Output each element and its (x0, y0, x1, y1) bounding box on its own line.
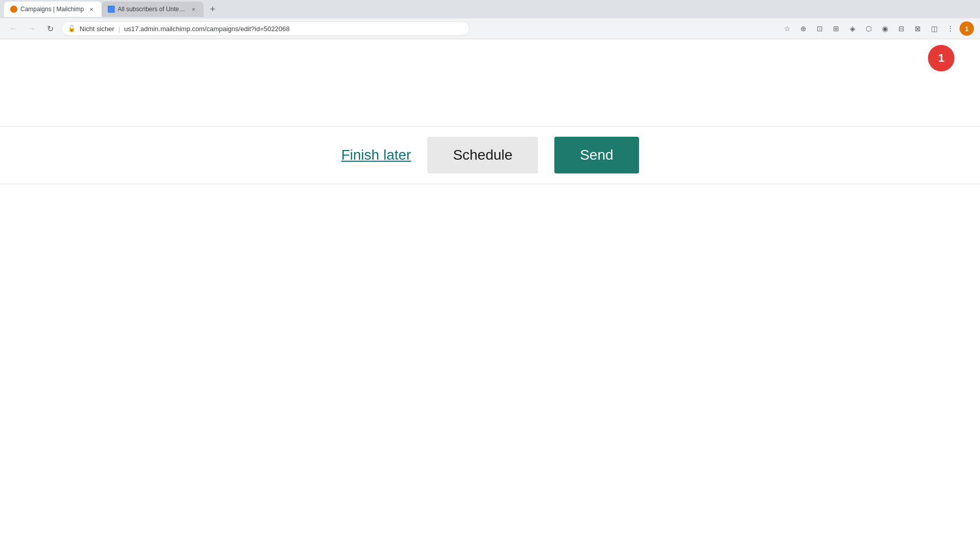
finish-later-link[interactable]: Finish later (341, 147, 411, 163)
separator: | (118, 25, 120, 33)
reload-button[interactable]: ↻ (43, 21, 57, 36)
extension-icon-1[interactable]: ⊕ (796, 21, 811, 36)
tab-close-1[interactable]: ✕ (87, 5, 95, 13)
browser-chrome: Campaigns | Mailchimp ✕ All subscribers … (0, 0, 980, 39)
extension-icon-8[interactable]: ⊠ (911, 21, 925, 36)
address-bar-row: ← → ↻ 🔓 Nicht sicher | us17.admin.mailch… (0, 18, 980, 39)
extension-icon-7[interactable]: ⊟ (894, 21, 909, 36)
tab-bar: Campaigns | Mailchimp ✕ All subscribers … (0, 0, 980, 18)
tab-campaigns-mailchimp[interactable]: Campaigns | Mailchimp ✕ (4, 2, 102, 17)
bottom-divider (0, 184, 980, 184)
extension-icon-9[interactable]: ◫ (927, 21, 941, 36)
action-buttons-container: Finish later Schedule Send (0, 127, 980, 184)
more-options-icon[interactable]: ⋮ (943, 21, 958, 36)
tab-label-1: Campaigns | Mailchimp (20, 6, 84, 13)
back-button[interactable]: ← (6, 21, 20, 36)
notification-badge[interactable]: 1 (928, 45, 954, 71)
tab-close-2[interactable]: ✕ (189, 5, 198, 13)
schedule-button[interactable]: Schedule (427, 137, 538, 173)
new-tab-button[interactable]: + (206, 2, 220, 16)
extension-icon-6[interactable]: ◉ (878, 21, 892, 36)
security-label: Nicht sicher (80, 25, 114, 33)
extension-icon-2[interactable]: ⊡ (813, 21, 827, 36)
toolbar-icons: ☆ ⊕ ⊡ ⊞ ◈ ⬡ ◉ ⊟ ⊠ ◫ ⋮ 1 (780, 21, 974, 36)
tab-favicon-1 (10, 6, 17, 13)
url-text: us17.admin.mailchimp.com/campaigns/edit?… (124, 25, 289, 33)
profile-button[interactable]: 1 (960, 21, 974, 36)
notification-count: 1 (938, 52, 944, 65)
extension-icon-3[interactable]: ⊞ (829, 21, 843, 36)
tab-all-subscribers[interactable]: All subscribers of Unternehm... ✕ (102, 2, 204, 17)
extension-icon-4[interactable]: ◈ (845, 21, 860, 36)
send-button[interactable]: Send (554, 137, 639, 173)
page-content: 1 Finish later Schedule Send Edit Recipi… (0, 126, 980, 551)
tab-label-2: All subscribers of Unternehm... (118, 6, 186, 13)
security-icon: 🔓 (68, 25, 76, 32)
extension-icon-5[interactable]: ⬡ (862, 21, 876, 36)
tab-favicon-2 (108, 6, 115, 13)
bookmark-star-icon[interactable]: ☆ (780, 21, 794, 36)
forward-button[interactable]: → (24, 21, 39, 36)
address-bar[interactable]: 🔓 Nicht sicher | us17.admin.mailchimp.co… (61, 21, 470, 36)
